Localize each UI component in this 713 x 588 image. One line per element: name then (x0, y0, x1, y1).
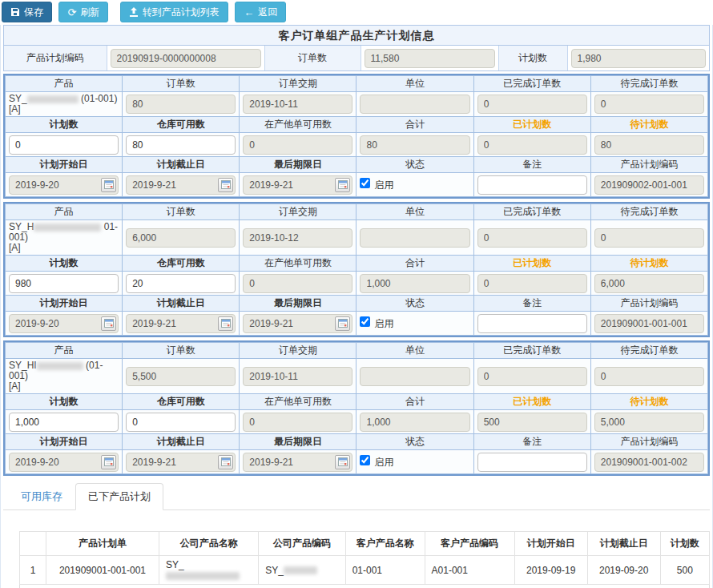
remark-header: 备注 (473, 434, 590, 450)
product-name-suffix: (01-001) (81, 93, 117, 104)
save-button[interactable]: 保存 (2, 2, 52, 22)
cell-plan-qty: 500 (660, 556, 709, 585)
order-qty-field (126, 367, 236, 386)
tab-placed-product-plans[interactable]: 已下产品计划 (75, 483, 163, 510)
other-order-avail-field (243, 135, 352, 155)
plan-start-date-value: 2019-9-20 (15, 179, 59, 191)
plan-qty-header: 计划数 (6, 256, 123, 272)
plan-end-header: 计划截止日 (123, 157, 240, 173)
col-plan-qty: 计划数 (660, 532, 709, 556)
table-empty-row (20, 585, 710, 588)
page-title: 客户订单组产品生产计划信息 (4, 26, 709, 46)
tab-bar: 可用库存 已下产品计划 (3, 485, 710, 510)
planned-qty-header: 已计划数 (473, 394, 590, 410)
total-field (360, 413, 469, 432)
upload-icon (129, 7, 139, 17)
warehouse-avail-input[interactable] (126, 413, 236, 432)
cell-company-product-code: SY_ (259, 556, 345, 585)
plan-code-label: 产品计划编码 (4, 46, 107, 70)
table-row[interactable]: 1 201909001-001-001 SY_ SY_ 01-001 A01-0… (20, 556, 710, 585)
plan-end-date-value: 2019-9-21 (132, 179, 176, 191)
other-order-avail-field (243, 274, 352, 293)
plan-start-date-field: 2019-9-20 (9, 314, 119, 333)
calendar-icon[interactable] (101, 455, 116, 469)
tab-available-inventory[interactable]: 可用库存 (8, 483, 75, 510)
main-content: 客户订单组产品生产计划信息 产品计划编码 订单数 计划数 产品 订单数 订单交期… (0, 25, 713, 588)
redacted-company-product-name (166, 572, 240, 580)
warehouse-avail-input[interactable] (126, 135, 236, 155)
cell-plan-end: 2019-09-20 (587, 556, 660, 585)
redacted-product-name (37, 362, 83, 370)
enabled-checkbox[interactable] (360, 178, 370, 188)
remark-input[interactable] (477, 453, 587, 472)
enabled-label: 启用 (374, 318, 393, 329)
back-button[interactable]: ← 返回 (235, 2, 286, 22)
product-header: 产品 (6, 343, 123, 359)
total-field (360, 274, 469, 293)
remark-input[interactable] (477, 314, 587, 333)
calendar-icon[interactable] (335, 455, 350, 469)
pending-orders-field (594, 95, 704, 114)
completed-orders-field (477, 367, 587, 386)
plan-start-date-value: 2019-9-20 (15, 318, 59, 329)
completed-orders-field (477, 228, 587, 248)
plan-code-header: 产品计划编码 (590, 434, 707, 450)
plan-end-header: 计划截止日 (123, 296, 240, 312)
calendar-icon[interactable] (101, 316, 116, 331)
product-tag: [A] (9, 103, 21, 115)
plan-block: 产品 订单数 订单交期 单位 已完成订单数 待完成订单数 SY_H 01-001… (3, 202, 710, 337)
enabled-checkbox[interactable] (360, 455, 370, 465)
calendar-icon[interactable] (335, 316, 350, 331)
calendar-icon[interactable] (218, 455, 233, 469)
unit-field (360, 95, 469, 114)
warehouse-avail-header: 仓库可用数 (123, 256, 240, 272)
completed-orders-header: 已完成订单数 (473, 343, 590, 359)
pending-orders-header: 待完成订单数 (590, 204, 707, 220)
total-header: 合计 (356, 394, 473, 410)
plan-qty-input[interactable] (9, 135, 119, 155)
col-plan-end: 计划截止日 (587, 532, 660, 556)
deadline-date-field: 2019-9-21 (243, 453, 352, 472)
col-company-product-name: 公司产品名称 (159, 532, 259, 556)
unit-header: 单位 (356, 204, 473, 220)
plan-qty-input[interactable] (9, 413, 119, 432)
plan-end-header: 计划截止日 (123, 434, 240, 450)
calendar-icon[interactable] (101, 178, 116, 192)
pending-orders-field (594, 228, 704, 248)
deadline-date-field: 2019-9-21 (243, 314, 352, 333)
completed-orders-header: 已完成订单数 (473, 76, 590, 92)
calendar-icon[interactable] (218, 178, 233, 192)
calendar-icon[interactable] (218, 316, 233, 331)
product-name-prefix: SY_HI (9, 360, 37, 371)
warehouse-avail-input[interactable] (126, 274, 236, 293)
refresh-button[interactable]: ⟳ 刷新 (58, 2, 108, 22)
col-plan-no: 产品计划单 (46, 532, 159, 556)
remark-input[interactable] (477, 175, 587, 195)
cell-customer-product-code: A01-001 (425, 556, 514, 585)
block-plan-code-field (594, 314, 704, 333)
back-arrow-icon: ← (244, 7, 254, 18)
order-due-field (243, 95, 352, 114)
goto-plan-list-button[interactable]: 转到产品计划列表 (120, 2, 228, 22)
product-header: 产品 (6, 204, 123, 220)
planned-qty-field (477, 135, 587, 155)
deadline-date-value: 2019-9-21 (249, 318, 293, 329)
plan-start-date-field: 2019-9-20 (9, 175, 119, 195)
unit-field (360, 367, 469, 386)
pending-orders-header: 待完成订单数 (590, 76, 707, 92)
plan-code-header: 产品计划编码 (590, 296, 707, 312)
cell-company-product-name: SY_ (159, 556, 259, 585)
other-order-avail-field (243, 413, 352, 432)
product-name-prefix: SY_ (9, 93, 27, 104)
cell-row-number: 1 (20, 556, 46, 585)
planned-qty-field (477, 274, 587, 293)
order-due-header: 订单交期 (240, 204, 356, 220)
calendar-icon[interactable] (335, 178, 350, 192)
tabs-area: 可用库存 已下产品计划 产品计划单 公司产品名称 公司产品编码 客户产品名称 客… (3, 485, 710, 588)
order-due-field (243, 367, 352, 386)
total-header: 合计 (356, 117, 473, 133)
table-header-row: 产品计划单 公司产品名称 公司产品编码 客户产品名称 客户产品编码 计划开始日 … (20, 532, 710, 556)
plan-qty-input[interactable] (9, 274, 119, 293)
deadline-header: 最后期限日 (240, 157, 356, 173)
enabled-checkbox[interactable] (360, 316, 370, 327)
